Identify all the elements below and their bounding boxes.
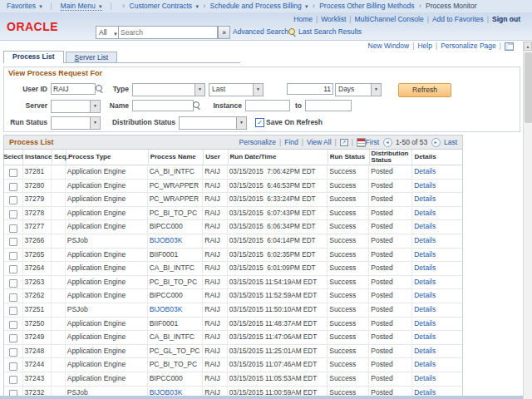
nav-home[interactable]: Home (293, 15, 313, 23)
process-name-link[interactable]: BIJOB03K (150, 236, 183, 244)
row-select-checkbox[interactable] (9, 321, 17, 329)
breadcrumb-item-other-billing-methods[interactable]: Process Other Billing Methods (319, 2, 414, 10)
search-icon[interactable] (96, 85, 102, 91)
process-name-link[interactable]: BIJOB03K (150, 305, 183, 313)
col-run-status[interactable]: Run Status (328, 150, 370, 165)
row-select-checkbox[interactable] (9, 224, 17, 233)
grid-icon[interactable] (505, 42, 514, 51)
row-select-checkbox[interactable] (9, 279, 17, 288)
last-select[interactable]: Last▼ (209, 83, 264, 96)
user-cell: RAIJ (203, 249, 227, 262)
row-select-checkbox[interactable] (9, 183, 17, 191)
days-count-input[interactable] (287, 83, 333, 95)
last-search-results-link[interactable]: Last Search Results (298, 26, 362, 37)
col-process-name[interactable]: Process Name (149, 150, 204, 165)
instance-to-input[interactable] (305, 100, 352, 111)
details-link[interactable]: Details (414, 264, 436, 272)
details-link[interactable]: Details (414, 388, 436, 397)
col-user[interactable]: User (204, 150, 228, 165)
search-icon[interactable] (193, 101, 200, 108)
first-page-link[interactable]: First (366, 138, 380, 146)
row-select-checkbox[interactable] (9, 334, 17, 342)
instance-from-input[interactable] (245, 100, 290, 111)
process-name-link[interactable]: BIJOB03K (150, 388, 183, 397)
days-unit-select[interactable]: Days▼ (335, 83, 382, 96)
row-select-checkbox[interactable] (9, 196, 17, 204)
personalize-link[interactable]: Personalize (239, 138, 276, 146)
next-page-icon[interactable]: ▸ (431, 138, 441, 147)
download-grid-icon[interactable] (357, 138, 366, 147)
col-select[interactable]: Select (4, 150, 23, 165)
details-link[interactable]: Details (414, 209, 436, 217)
row-select-checkbox[interactable] (9, 238, 17, 246)
breadcrumb-item-customer-contracts[interactable]: Customer Contracts ▾ (130, 2, 199, 10)
help-link[interactable]: Help (417, 42, 431, 50)
nav-sign-out[interactable]: Sign out (492, 15, 520, 23)
details-link[interactable]: Details (414, 236, 436, 244)
popout-window-icon[interactable]: ↗ (340, 139, 348, 146)
user-id-input[interactable] (51, 83, 96, 95)
type-select[interactable]: ▼ (132, 83, 205, 96)
nav-add-to-favorites[interactable]: Add to Favorites (432, 15, 484, 23)
details-link[interactable]: Details (414, 222, 436, 230)
row-select-checkbox[interactable] (9, 252, 17, 260)
col-seq[interactable]: Seq. (52, 150, 66, 165)
col-process-type[interactable]: Process Type (66, 150, 149, 165)
horizontal-scrollbar[interactable] (0, 396, 532, 399)
details-link[interactable]: Details (414, 319, 436, 328)
find-link[interactable]: Find (284, 138, 298, 146)
scrollbar-thumb[interactable] (525, 52, 532, 123)
new-window-link[interactable]: New Window (368, 42, 410, 50)
row-select-checkbox[interactable] (9, 293, 17, 302)
search-input[interactable] (119, 27, 215, 37)
row-select-checkbox[interactable] (9, 376, 17, 384)
search-go-button[interactable]: » (218, 26, 230, 39)
details-link[interactable]: Details (414, 291, 436, 299)
refresh-button[interactable]: Refresh (398, 83, 451, 97)
nav-multichannel-console[interactable]: MultiChannel Console (355, 15, 424, 23)
server-select[interactable]: ▼ (51, 100, 101, 113)
process-name-text: PC_BI_TO_PC (150, 360, 197, 368)
details-link[interactable]: Details (414, 332, 436, 341)
previous-page-icon[interactable]: ◂ (383, 138, 392, 147)
details-link[interactable]: Details (414, 347, 436, 355)
row-select-checkbox[interactable] (9, 210, 17, 219)
details-link[interactable]: Details (414, 360, 436, 368)
search-scope-select[interactable]: All▼ (96, 26, 120, 39)
save-on-refresh-checkbox[interactable]: ✓ (255, 118, 264, 127)
process-type-cell: Application Engine (66, 193, 148, 206)
run-status-select[interactable]: ▼ (51, 116, 101, 130)
personalize-page-link[interactable]: Personalize Page (441, 42, 496, 50)
row-select-checkbox[interactable] (9, 348, 17, 357)
view-all-link[interactable]: View All (307, 138, 332, 146)
row-select-checkbox[interactable] (9, 169, 17, 177)
details-link[interactable]: Details (414, 305, 436, 313)
nav-worklist[interactable]: Worklist (321, 15, 346, 23)
tab-server-list[interactable]: Server List (66, 52, 118, 63)
details-link[interactable]: Details (414, 181, 436, 190)
advanced-search-link[interactable]: Advanced Search (233, 26, 288, 37)
scroll-up-icon[interactable]: ▲ (524, 42, 532, 51)
row-select-checkbox[interactable] (9, 265, 17, 273)
details-link[interactable]: Details (414, 167, 436, 175)
row-select-checkbox[interactable] (9, 307, 17, 315)
details-link[interactable]: Details (414, 250, 436, 259)
col-run-datetime[interactable]: Run Date/Time (229, 150, 328, 165)
details-link[interactable]: Details (414, 278, 436, 286)
col-distribution-status[interactable]: Distribution Status (370, 150, 413, 165)
last-page-link[interactable]: Last (444, 138, 457, 146)
breadcrumb-item-schedule-billing[interactable]: Schedule and Process Billing ▾ (210, 2, 308, 10)
distribution-status-select[interactable]: ▼ (179, 116, 247, 130)
process-name-input[interactable] (132, 100, 194, 111)
favorites-menu[interactable]: Favorites ▾ (7, 2, 42, 10)
main-menu[interactable]: Main Menu ▾ (61, 2, 102, 11)
details-link[interactable]: Details (414, 374, 436, 382)
user-cell: RAIJ (203, 262, 227, 275)
vertical-scrollbar[interactable]: ▲ (523, 42, 532, 399)
tab-process-list[interactable]: Process List (3, 51, 64, 63)
row-select-checkbox[interactable] (9, 362, 17, 371)
col-instance[interactable]: Instance (23, 150, 52, 165)
details-link[interactable]: Details (414, 195, 436, 203)
run-datetime-cell: 03/15/2015 11:54:19AM EDT (228, 276, 328, 289)
col-details[interactable]: Details (412, 150, 462, 165)
